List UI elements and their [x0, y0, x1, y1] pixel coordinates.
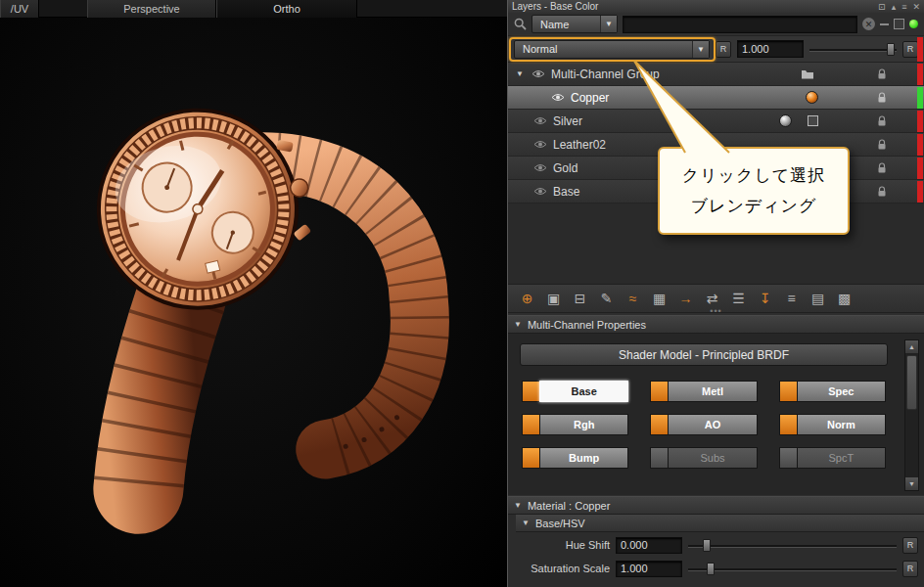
channel-label: SpcT [797, 447, 886, 469]
channel-button-ao[interactable]: AO [650, 414, 757, 435]
saturation-scale-field[interactable] [616, 561, 682, 577]
expand-arrow-icon[interactable]: ▼ [516, 69, 526, 78]
minimize-filter-icon[interactable] [880, 23, 889, 25]
undock-icon[interactable]: ⊡ [878, 2, 886, 12]
watch-3d-model[interactable] [0, 18, 507, 587]
section-title: Base/HSV [535, 518, 585, 529]
mask-node-icon[interactable] [808, 115, 818, 126]
layer-name: Leather02 [553, 138, 606, 152]
flatten-layer-icon[interactable]: ≡ [778, 287, 805, 310]
channel-label: Spec [797, 381, 886, 402]
cache-indicator [917, 181, 923, 203]
hue-shift-slider[interactable] [688, 537, 897, 554]
visibility-eye-icon[interactable] [533, 187, 547, 196]
lock-icon[interactable] [877, 92, 887, 104]
filter-options-icon[interactable] [894, 19, 904, 29]
blend-mode-dropdown[interactable]: Normal ▼ [514, 40, 710, 59]
cache-layer-icon[interactable]: ↧ [752, 287, 778, 310]
slider-handle[interactable] [887, 43, 895, 56]
saturation-scale-reset-button[interactable]: R [902, 561, 918, 577]
procedural-layer-icon[interactable]: ≈ [620, 287, 646, 310]
adjustment-layer-icon[interactable]: ✎ [593, 287, 620, 310]
shader-model-button[interactable]: Shader Model - Principled BRDF [520, 343, 888, 366]
annotation-callout: クリックして選択 ブレンディング [658, 147, 850, 235]
channel-button-base[interactable]: Base [522, 381, 628, 402]
clear-filter-icon[interactable]: ✕ [862, 18, 875, 30]
menu-icon[interactable]: ≡ [901, 2, 906, 12]
close-icon[interactable]: ✕ [912, 2, 920, 12]
channel-label: Base [539, 381, 628, 402]
visibility-eye-icon[interactable] [531, 69, 545, 78]
cache-indicator [917, 37, 923, 62]
visibility-eye-icon[interactable] [533, 163, 547, 172]
graph-layer-icon[interactable]: ▦ [646, 287, 672, 310]
collapse-icon[interactable]: ▴ [892, 2, 897, 12]
slider-handle[interactable] [707, 563, 715, 575]
channel-button-bump[interactable]: Bump [522, 447, 628, 469]
visibility-eye-icon[interactable] [533, 140, 547, 149]
material-sphere-icon [806, 91, 818, 104]
detail-view-icon[interactable]: ▤ [805, 287, 831, 310]
blend-amount-reset-button[interactable]: R [902, 41, 918, 58]
channel-button-metl[interactable]: Metl [650, 381, 757, 402]
lock-icon[interactable] [877, 68, 887, 80]
lock-icon[interactable] [877, 186, 887, 198]
duplicate-layer-icon[interactable]: ▣ [540, 287, 567, 310]
panel-title: Layers - Base Color [512, 1, 598, 12]
3d-viewport[interactable]: /UV Perspective Ortho [0, 0, 507, 587]
hue-shift-field[interactable] [616, 537, 682, 554]
channel-button-spct: SpcT [779, 447, 886, 469]
visibility-eye-icon[interactable] [533, 116, 547, 125]
layer-name: Silver [553, 114, 582, 128]
tab-uv[interactable]: /UV [0, 0, 39, 18]
panel-title-bar[interactable]: Layers - Base Color ⊡ ▴ ≡ ✕ [508, 0, 924, 13]
layer-name: Copper [571, 91, 609, 105]
layer-filter-input[interactable] [623, 16, 857, 33]
multi-channel-properties-header[interactable]: ▼ Multi-Channel Properties [508, 316, 924, 334]
channel-button-rgh[interactable]: Rgh [522, 414, 628, 435]
lock-icon[interactable] [877, 162, 887, 174]
hue-shift-label: Hue Shift [508, 539, 610, 551]
slider-track [809, 49, 897, 52]
viewport-tab-bar: /UV Perspective Ortho [0, 0, 507, 18]
add-paint-layer-icon[interactable]: ⊕ [514, 287, 540, 310]
scrollbar-thumb[interactable] [906, 355, 917, 410]
lock-icon[interactable] [877, 139, 887, 151]
hue-shift-reset-button[interactable]: R [902, 537, 918, 554]
tab-ortho[interactable]: Ortho [216, 0, 357, 18]
folder-icon [801, 68, 814, 79]
base-hsv-header[interactable]: ▼ Base/HSV [516, 515, 924, 532]
channel-button-spec[interactable]: Spec [779, 381, 886, 402]
properties-scrollbar[interactable]: ▲ ▼ [904, 339, 919, 491]
visibility-eye-icon[interactable] [551, 93, 565, 102]
filter-field-dropdown[interactable]: Name ▼ [531, 15, 618, 33]
list-view-icon[interactable]: ☰ [725, 287, 752, 310]
tab-perspective[interactable]: Perspective [87, 0, 216, 18]
promote-layer-icon[interactable]: → [672, 287, 699, 310]
cache-indicator [917, 111, 923, 132]
search-icon [514, 18, 527, 30]
scroll-up-icon[interactable]: ▲ [905, 340, 918, 353]
blend-mode-reset-button[interactable]: R [716, 41, 731, 58]
lock-icon[interactable] [877, 115, 887, 127]
slider-handle[interactable] [703, 539, 711, 552]
grid-view-icon[interactable]: ▩ [831, 287, 857, 310]
blend-mode-row: Normal ▼ R R [508, 36, 924, 63]
material-header[interactable]: ▼ Material : Copper [508, 497, 924, 515]
scroll-down-icon[interactable]: ▼ [905, 477, 918, 490]
layer-filter-row: Name ▼ ✕ [508, 13, 924, 36]
layer-row-copper[interactable]: Copper [508, 86, 924, 110]
saturation-scale-label: Saturation Scale [508, 563, 610, 574]
chevron-down-icon: ▼ [692, 41, 709, 58]
saturation-scale-slider[interactable] [688, 561, 897, 577]
cache-indicator [917, 134, 923, 156]
channel-button-norm[interactable]: Norm [779, 414, 886, 435]
layer-row-silver[interactable]: Silver [508, 110, 924, 133]
blend-amount-slider[interactable] [809, 41, 897, 58]
blend-amount-field[interactable] [737, 40, 804, 58]
blend-mode-value: Normal [515, 43, 692, 55]
layer-name: Multi-Channel Group [551, 68, 660, 81]
merge-layers-icon[interactable]: ⊟ [567, 287, 593, 310]
layer-row-multi-channel-group[interactable]: ▼ Multi-Channel Group [508, 63, 924, 86]
cache-indicator [917, 87, 923, 109]
